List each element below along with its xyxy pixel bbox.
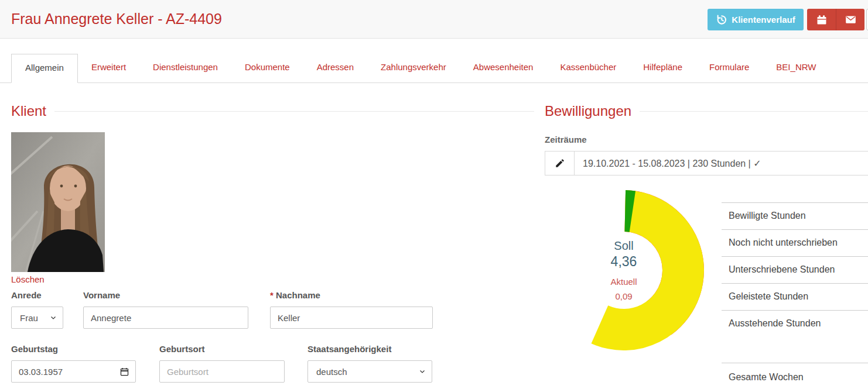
mail-button[interactable] — [836, 9, 864, 30]
chevron-down-icon — [419, 368, 426, 375]
zeitraeume-label: Zeiträume — [545, 135, 587, 144]
section-divider — [54, 111, 534, 112]
tab-bei-nrw[interactable]: BEI_NRW — [763, 54, 829, 82]
edit-zeitraum-button[interactable] — [545, 152, 575, 175]
klient-section: Klient Löschen An — [11, 103, 534, 389]
zeitraum-row[interactable]: 19.10.2021 - 15.08.2023 | 230 Stunden | … — [545, 151, 868, 175]
nachname-label: * Nachname — [270, 290, 320, 300]
klient-section-title: Klient — [11, 103, 46, 119]
anrede-label: Anrede — [11, 290, 42, 300]
tab-abwesenheiten[interactable]: Abwesenheiten — [460, 54, 547, 82]
calendar-button[interactable] — [807, 9, 836, 30]
bewilligungen-donut-chart: Soll 4,36 Aktuell 0,09 — [544, 190, 704, 350]
top-header-bar: Frau Annegrete Keller - AZ-4409 Klienten… — [0, 0, 868, 39]
stat-row-geleistete: Geleistete Stunden — [722, 283, 868, 310]
section-divider — [640, 111, 868, 112]
required-asterisk: * — [270, 290, 274, 300]
delete-photo-link[interactable]: Löschen — [11, 274, 45, 284]
staatsangehoerigkeit-select[interactable]: deutsch — [307, 360, 432, 383]
stat-row-ausstehende: Ausstehende Stunden — [722, 310, 868, 337]
page-title: Frau Annegrete Keller - AZ-4409 — [11, 11, 222, 27]
date-picker-icon[interactable] — [114, 367, 135, 377]
vorname-input[interactable] — [83, 307, 248, 329]
vorname-label: Vorname — [83, 290, 120, 300]
tab-dokumente[interactable]: Dokumente — [231, 54, 303, 82]
stat-row-bewilligte: Bewilligte Stunden — [722, 202, 868, 229]
tab-adressen[interactable]: Adressen — [303, 54, 367, 82]
geburtstag-input[interactable] — [12, 367, 114, 377]
tab-allgemein[interactable]: Allgemein — [11, 54, 78, 83]
tab-kassenbuecher[interactable]: Kassenbücher — [546, 54, 630, 82]
history-icon — [716, 14, 727, 25]
tab-hilfeplaene[interactable]: Hilfepläne — [630, 54, 696, 82]
geburtstag-label: Geburtstag — [11, 344, 58, 354]
yellow-segment — [591, 190, 704, 350]
chevron-down-icon — [50, 314, 57, 321]
geburtsort-input[interactable] — [159, 360, 285, 383]
klientenverlauf-button[interactable]: Klientenverlauf — [708, 9, 804, 30]
nachname-input[interactable] — [270, 307, 433, 329]
client-photo — [11, 132, 105, 272]
bewilligungen-section: Bewilligungen Zeiträume 19.10.2021 - 15.… — [545, 103, 868, 389]
gesamte-wochen-row: Gesamte Wochen — [722, 363, 868, 383]
tab-dienstleistungen[interactable]: Dienstleistungen — [139, 54, 231, 82]
tab-zahlungsverkehr[interactable]: Zahlungsverkehr — [367, 54, 460, 82]
calendar-icon — [816, 14, 828, 26]
geburtsort-label: Geburtsort — [159, 344, 205, 354]
envelope-icon — [845, 13, 857, 26]
stunden-stats-table: Bewilligte Stunden Noch nicht unterschri… — [722, 202, 868, 337]
geburtstag-date-field — [11, 360, 136, 383]
header-action-buttons — [807, 9, 864, 30]
stat-row-nicht-unterschrieben: Noch nicht unterschrieben — [722, 229, 868, 256]
anrede-select[interactable]: Frau — [11, 307, 63, 329]
tab-bar: Allgemein Erweitert Dienstleistungen Dok… — [0, 54, 868, 83]
tab-formulare[interactable]: Formulare — [696, 54, 763, 82]
tab-erweitert[interactable]: Erweitert — [78, 54, 139, 82]
stat-row-unterschriebene: Unterschriebene Stunden — [722, 256, 868, 283]
bewilligungen-section-title: Bewilligungen — [545, 103, 631, 119]
klientenverlauf-button-label: Klientenverlauf — [732, 15, 795, 25]
pencil-icon — [555, 158, 565, 168]
staatsangehoerigkeit-label: Staatsangehörigkeit — [307, 344, 391, 354]
zeitraum-entry-text: 19.10.2021 - 15.08.2023 | 230 Stunden | … — [575, 152, 761, 175]
